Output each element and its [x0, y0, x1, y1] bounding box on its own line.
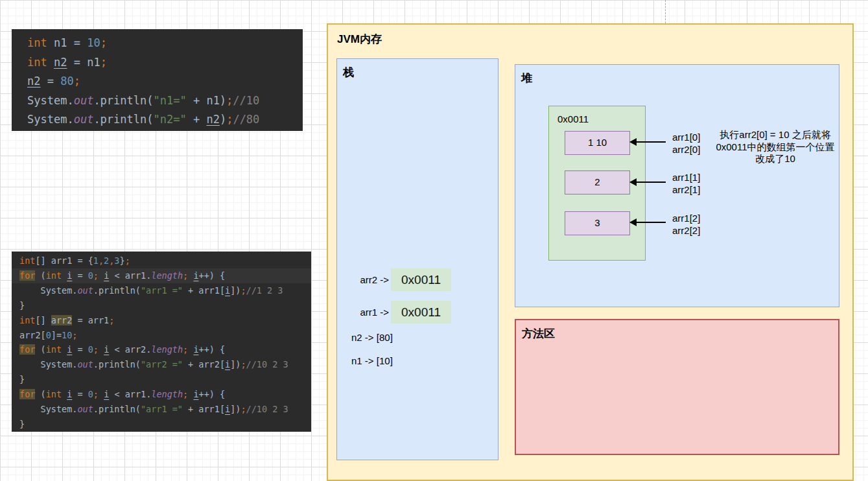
- array-cell-2[interactable]: 3: [565, 211, 630, 235]
- code-snippet-array-reference[interactable]: int[] arr1 = {1,2,3};for (int i = 0; i <…: [12, 252, 311, 432]
- code-token: ++) {: [199, 270, 226, 281]
- left-arrow-icon[interactable]: [631, 182, 666, 183]
- code-token: [47, 56, 54, 69]
- code-line: for (int i = 0; i < arr2.length; i++) {: [12, 342, 311, 357]
- code-token: (: [35, 344, 45, 355]
- code-token: + arr1[: [183, 404, 225, 414]
- code-token: for: [19, 389, 35, 399]
- code-token: 0: [88, 344, 93, 355]
- code-token: length: [151, 270, 183, 281]
- left-arrow-icon[interactable]: [631, 141, 666, 143]
- code-token: 0: [88, 270, 93, 281]
- cell-label: arr2[1]: [672, 183, 700, 196]
- code-token: ;: [183, 389, 188, 399]
- code-token: "arr1 =": [141, 404, 183, 414]
- code-token: ;: [226, 113, 233, 126]
- code-token: int: [19, 315, 35, 325]
- code-line: System.out.println("arr1 =" + arr1[i]);/…: [12, 402, 311, 417]
- code-line: int n2 = n1;: [12, 53, 303, 73]
- code-token: out: [74, 94, 94, 107]
- jvm-memory-container[interactable]: JVM内存 栈 arr2 -> 0x0011 arr1 -> 0x0011 n2…: [327, 23, 854, 481]
- code-token: int: [46, 344, 62, 355]
- diagram-canvas: int n1 = 10;int n2 = n1;n2 = 80;System.o…: [0, 0, 868, 481]
- code-token: [62, 344, 67, 355]
- cell-label: arr2[0]: [672, 143, 700, 156]
- code-token: System.: [19, 285, 77, 296]
- cell-label: arr1[2]: [672, 212, 700, 224]
- stack-ref-arr1[interactable]: arr1 -> 0x0011: [337, 301, 451, 323]
- code-token: =: [40, 75, 60, 88]
- code-token: ;: [93, 270, 99, 281]
- code-token: for: [19, 344, 35, 355]
- ref-address-box[interactable]: 0x0011: [391, 268, 451, 291]
- ref-name: arr1 ->: [337, 307, 389, 318]
- code-token: [99, 344, 104, 355]
- code-token: n1 =: [47, 36, 87, 49]
- code-token: "n2=": [154, 113, 187, 126]
- code-token: "arr1 =": [141, 285, 183, 296]
- array-cell-0[interactable]: 1 10: [565, 131, 630, 155]
- cell-labels-0[interactable]: arr1[0] arr2[0]: [672, 131, 700, 156]
- code-token: "n1=": [154, 94, 187, 107]
- code-token: "arr2 =": [141, 359, 183, 370]
- code-token: }: [19, 419, 25, 429]
- code-token: < arr1.: [109, 270, 151, 281]
- left-arrow-icon[interactable]: [631, 222, 666, 223]
- code-token: i: [225, 285, 230, 296]
- code-token: ;: [240, 359, 246, 370]
- code-token: //1 2 3: [246, 285, 283, 296]
- code-token: arr2[: [19, 330, 46, 340]
- ref-name: arr2 ->: [337, 274, 389, 285]
- code-token: [99, 270, 104, 281]
- method-area-box[interactable]: 方法区: [515, 319, 839, 455]
- code-token: int: [46, 270, 62, 281]
- code-line: int[] arr2 = arr1;: [12, 313, 311, 328]
- code-token: n2: [27, 75, 40, 88]
- code-token: 10: [62, 330, 72, 340]
- ref-address-box[interactable]: 0x0011: [391, 301, 451, 323]
- code-token: i: [193, 270, 198, 281]
- code-token: +: [187, 113, 207, 126]
- code-token: i: [193, 389, 198, 399]
- code-line: System.out.println("arr1 =" + arr1[i]);/…: [12, 283, 311, 298]
- code-line: int n1 = 10;: [12, 34, 303, 53]
- code-token: ;: [183, 270, 188, 281]
- heap-box[interactable]: 堆 0x0011 1 10 2 3 arr1[0] arr2[0] arr1[1…: [515, 64, 839, 307]
- stack-box[interactable]: 栈 arr2 -> 0x0011 arr1 -> 0x0011 n2 -> [8…: [336, 58, 499, 460]
- code-token: < arr1.: [109, 389, 151, 399]
- code-token: 0: [46, 330, 51, 340]
- code-token: ;: [109, 315, 114, 325]
- code-token: n2: [54, 56, 67, 69]
- stack-ref-n2[interactable]: n2 -> [80]: [351, 332, 393, 343]
- code-token: //10 2 3: [246, 359, 288, 370]
- code-line: System.out.println("arr2 =" + arr2[i]);/…: [12, 357, 311, 372]
- code-token: ]): [230, 404, 240, 414]
- cell-labels-1[interactable]: arr1[1] arr2[1]: [672, 171, 700, 196]
- code-token: out: [77, 285, 93, 296]
- annotation-line: 执行arr2[0] = 10 之后就将: [701, 129, 850, 141]
- annotation-text[interactable]: 执行arr2[0] = 10 之后就将 0x0011中的数组第一个位置 改成了1…: [701, 129, 850, 165]
- code-token: .println(: [93, 94, 153, 107]
- code-token: + n1): [187, 94, 226, 107]
- code-token: ;: [226, 94, 233, 107]
- code-token: =: [72, 270, 88, 281]
- code-token: i: [225, 359, 230, 370]
- code-token: 0: [88, 389, 93, 399]
- code-token: .println(: [93, 359, 141, 370]
- array-object-address: 0x0011: [557, 113, 589, 124]
- stack-ref-arr2[interactable]: arr2 -> 0x0011: [337, 268, 451, 291]
- code-token: int: [46, 389, 62, 399]
- cell-labels-2[interactable]: arr1[2] arr2[2]: [672, 212, 700, 237]
- stack-ref-n1[interactable]: n1 -> [10]: [351, 355, 393, 366]
- code-snippet-primitive-assignment[interactable]: int n1 = 10;int n2 = n1;n2 = 80;System.o…: [12, 29, 303, 131]
- code-token: n2: [206, 113, 219, 126]
- code-token: .println(: [93, 404, 141, 414]
- code-token: =: [72, 344, 88, 355]
- code-token: + arr2[: [183, 359, 225, 370]
- code-token: ;: [100, 56, 107, 69]
- code-token: ;: [74, 75, 80, 88]
- cell-label: arr1[1]: [672, 171, 700, 183]
- code-line: for (int i = 0; i < arr1.length; i++) {: [12, 387, 311, 402]
- array-cell-1[interactable]: 2: [565, 170, 630, 194]
- code-token: length: [151, 344, 183, 355]
